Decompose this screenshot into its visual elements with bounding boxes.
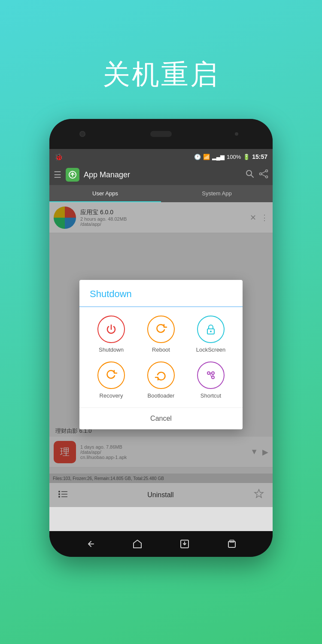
svg-point-6	[260, 173, 262, 175]
shutdown-label: Shutdown	[99, 346, 124, 353]
option-reboot[interactable]: Reboot	[140, 316, 182, 353]
app-list-area: 应用宝 6.0.0 2 hours ago. 48.02MB /data/app…	[49, 202, 273, 507]
lockscreen-label: LockScreen	[196, 346, 226, 353]
svg-point-4	[266, 170, 268, 172]
svg-line-7	[262, 171, 266, 173]
dialog-body: Shutdown Reboot	[79, 307, 243, 399]
recents-button[interactable]	[227, 539, 237, 549]
svg-point-20	[212, 372, 214, 374]
dialog-title: Shutdown	[90, 289, 132, 299]
shortcut-label: Shortcut	[200, 392, 221, 399]
shutdown-circle	[97, 316, 125, 343]
phone-shell: 🐞 🕐 📶 ▂▄▆ 100% 🔋 15:57 ☰ App Manag	[49, 119, 273, 557]
tab-user-apps[interactable]: User Apps	[49, 185, 161, 202]
cancel-button[interactable]: Cancel	[79, 407, 243, 429]
phone-screen: 🐞 🕐 📶 ▂▄▆ 100% 🔋 15:57 ☰ App Manag	[49, 149, 273, 531]
back-button[interactable]	[85, 539, 95, 549]
svg-line-3	[251, 175, 254, 177]
alarm-icon: 🕐	[194, 154, 201, 160]
option-shortcut[interactable]: Shortcut	[189, 361, 232, 399]
svg-point-19	[212, 376, 214, 379]
phone-top	[49, 119, 273, 149]
bootloader-circle	[147, 361, 175, 389]
home-button[interactable]	[132, 539, 143, 549]
option-recovery[interactable]: Recovery	[90, 361, 133, 399]
tab-system-apps[interactable]: System App	[161, 185, 273, 202]
svg-point-5	[266, 176, 268, 178]
dialog-options-row2: Recovery Bootloader	[86, 361, 236, 399]
reboot-circle	[147, 316, 175, 343]
recovery-circle	[97, 361, 125, 389]
reboot-label: Reboot	[152, 346, 170, 353]
phone-nav-bar	[49, 531, 273, 557]
dialog-header: Shutdown	[79, 280, 243, 307]
battery-percent: 100%	[227, 154, 241, 160]
tabs-bar: User Apps System App	[49, 185, 273, 202]
svg-line-8	[262, 174, 266, 176]
wifi-icon: 📶	[203, 154, 210, 160]
app-icon	[66, 168, 79, 182]
option-bootloader[interactable]: Bootloader	[140, 361, 182, 399]
status-bar: 🐞 🕐 📶 ▂▄▆ 100% 🔋 15:57	[49, 149, 273, 164]
signal-icon: ▂▄▆	[212, 154, 225, 160]
hamburger-menu-icon[interactable]: ☰	[54, 170, 61, 180]
svg-point-18	[207, 372, 210, 374]
sensor-dot	[235, 132, 238, 136]
shutdown-dialog: Shutdown	[79, 280, 243, 429]
earpiece-speaker	[150, 131, 172, 137]
download-button[interactable]	[179, 539, 190, 549]
battery-icon: 🔋	[243, 154, 250, 160]
option-lockscreen[interactable]: LockScreen	[189, 316, 232, 353]
recovery-label: Recovery	[100, 392, 123, 399]
debug-icon: 🐞	[55, 153, 63, 161]
lockscreen-circle	[197, 316, 225, 343]
front-camera	[79, 131, 85, 137]
option-shutdown[interactable]: Shutdown	[90, 316, 133, 353]
search-icon[interactable]	[245, 169, 255, 181]
dialog-options-row1: Shutdown Reboot	[86, 316, 236, 353]
svg-point-17	[210, 331, 212, 332]
dialog-backdrop: Shutdown	[49, 202, 273, 507]
app-toolbar: ☰ App Manager	[49, 164, 273, 185]
status-right: 🕐 📶 ▂▄▆ 100% 🔋 15:57	[194, 153, 267, 160]
share-icon[interactable]	[259, 169, 268, 181]
toolbar-title: App Manager	[84, 170, 241, 179]
page-title: 关机重启	[103, 56, 219, 93]
bootloader-label: Bootloader	[148, 392, 175, 399]
status-left: 🐞	[55, 153, 63, 161]
status-time: 15:57	[252, 153, 267, 160]
shortcut-circle	[197, 361, 225, 389]
